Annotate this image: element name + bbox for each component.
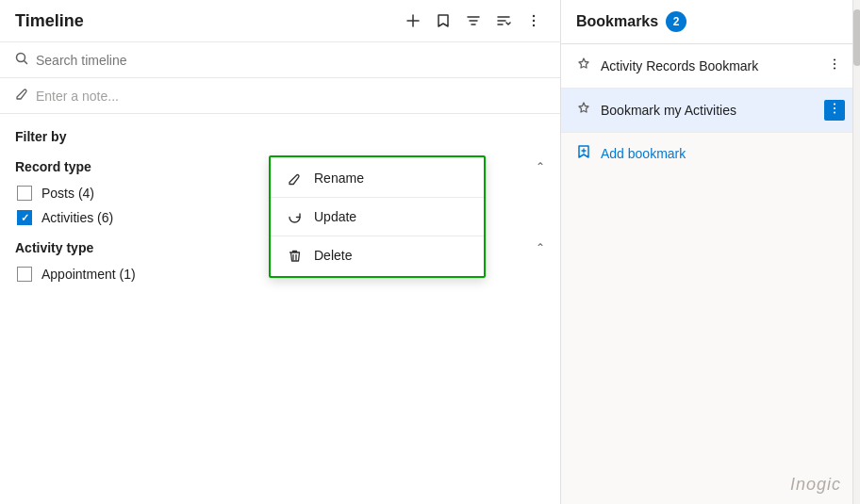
activity-type-chevron-icon: ⌃: [536, 241, 545, 254]
main-container: Timeline: [0, 0, 860, 504]
bookmark-item-1[interactable]: Activity Records Bookmark: [561, 44, 860, 89]
right-panel: Bookmarks 2 Activity Records Bookmark: [561, 0, 860, 504]
edit-icon: [15, 88, 28, 104]
update-label: Update: [314, 209, 356, 224]
sort-button[interactable]: [492, 9, 515, 32]
bookmark-more-btn-1[interactable]: [824, 56, 845, 76]
bookmark-more-btn-2[interactable]: [824, 100, 845, 121]
svg-point-7: [834, 103, 835, 105]
svg-point-5: [834, 63, 835, 65]
delete-icon: [286, 249, 303, 263]
delete-label: Delete: [314, 248, 352, 263]
svg-point-4: [834, 58, 835, 60]
rename-label: Rename: [314, 171, 364, 186]
timeline-header: Timeline: [0, 0, 560, 42]
appointment-label: Appointment (1): [41, 267, 136, 282]
filter-by-label: Filter by: [15, 129, 545, 144]
note-bar: Enter a note...: [0, 78, 560, 114]
search-icon: [15, 52, 28, 68]
bookmark-item-text-1: Activity Records Bookmark: [601, 58, 824, 73]
scrollbar-thumb[interactable]: [853, 9, 860, 66]
svg-point-9: [834, 111, 835, 113]
add-bookmark-text: Add bookmark: [601, 146, 686, 161]
add-bookmark-icon: [576, 144, 591, 163]
bookmark-button[interactable]: [432, 9, 455, 32]
more-options-button[interactable]: [522, 9, 545, 32]
posts-label: Posts (4): [41, 186, 94, 201]
update-icon: [286, 210, 303, 224]
star-icon-2: [576, 101, 591, 120]
bookmarks-header: Bookmarks 2: [561, 0, 860, 44]
record-type-chevron-icon: ⌃: [536, 160, 545, 173]
svg-point-6: [834, 67, 835, 69]
add-button[interactable]: [402, 9, 424, 32]
svg-point-1: [533, 20, 535, 22]
posts-checkbox[interactable]: [17, 186, 32, 201]
note-placeholder[interactable]: Enter a note...: [36, 89, 119, 104]
bookmark-item-2[interactable]: Bookmark my Activities: [561, 89, 860, 133]
activities-label: Activities (6): [41, 210, 113, 225]
scrollbar[interactable]: [852, 0, 860, 504]
search-bar: [0, 42, 560, 78]
filter-button[interactable]: [462, 9, 485, 32]
rename-icon: [286, 171, 303, 186]
left-panel: Timeline: [0, 0, 561, 504]
add-bookmark-item[interactable]: Add bookmark: [561, 133, 860, 174]
svg-point-8: [834, 107, 835, 109]
search-input[interactable]: [36, 53, 545, 68]
update-menu-item[interactable]: Update: [271, 200, 484, 234]
svg-point-0: [533, 15, 535, 17]
page-title: Timeline: [15, 11, 402, 31]
header-icons: [402, 9, 545, 32]
context-menu: Rename Update Delete: [269, 155, 486, 278]
bookmark-item-text-2: Bookmark my Activities: [601, 103, 824, 118]
rename-menu-item[interactable]: Rename: [271, 161, 484, 195]
delete-menu-item[interactable]: Delete: [271, 238, 484, 272]
menu-divider-2: [271, 236, 484, 236]
menu-divider-1: [271, 197, 484, 198]
activities-checkbox[interactable]: [17, 210, 32, 225]
bookmarks-title: Bookmarks: [576, 13, 658, 30]
star-icon-1: [576, 57, 591, 75]
svg-point-2: [533, 24, 535, 26]
appointment-checkbox[interactable]: [17, 267, 32, 282]
bookmark-count-badge: 2: [666, 11, 686, 32]
